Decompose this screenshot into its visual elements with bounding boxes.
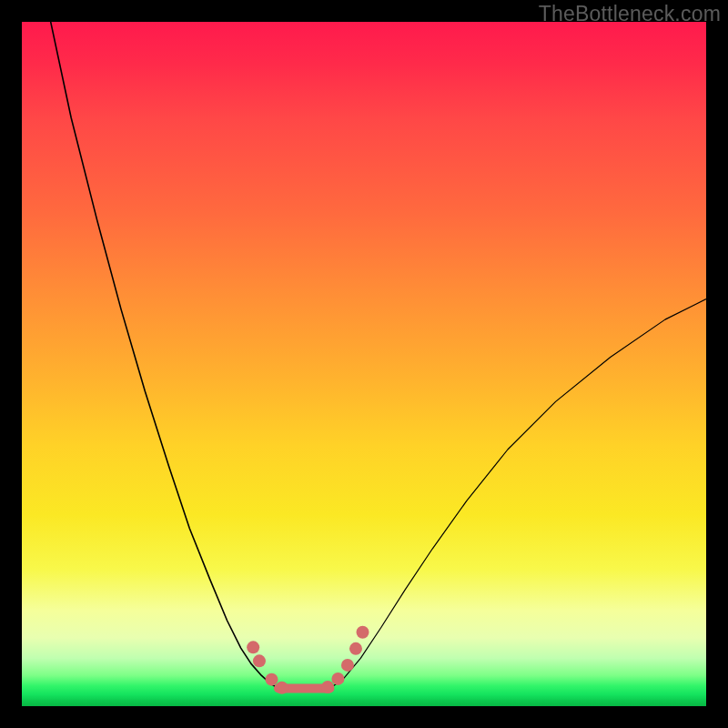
marker-dot xyxy=(331,672,344,685)
watermark-text: TheBottleneck.com xyxy=(539,2,721,26)
marker-dot xyxy=(253,654,266,667)
marker-dot xyxy=(247,641,259,653)
marker-dot xyxy=(321,681,334,693)
marker-dot xyxy=(356,626,369,639)
chart-frame xyxy=(22,22,706,706)
marker-dot xyxy=(341,659,354,672)
curve-left xyxy=(49,22,278,688)
marker-dot xyxy=(276,682,288,694)
marker-dot xyxy=(265,673,278,686)
marker-dot xyxy=(349,642,362,655)
curve-right xyxy=(329,299,706,689)
plot-svg xyxy=(22,22,706,706)
